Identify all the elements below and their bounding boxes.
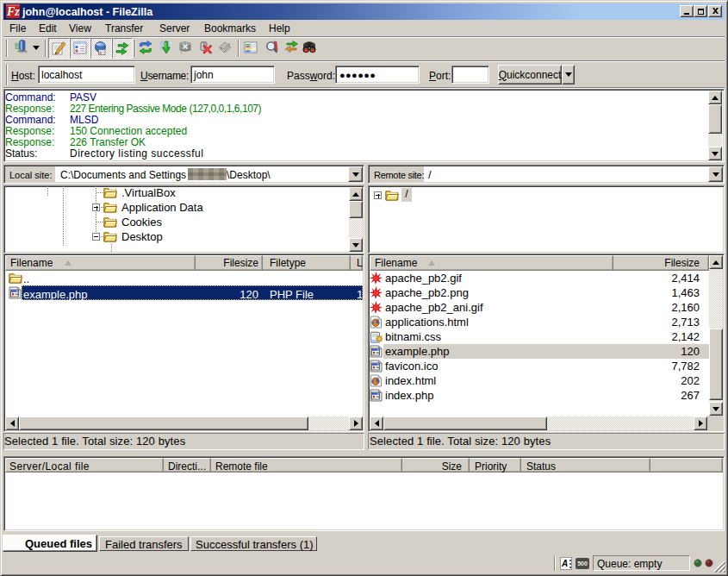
svg-text:Fz: Fz — [6, 5, 20, 18]
